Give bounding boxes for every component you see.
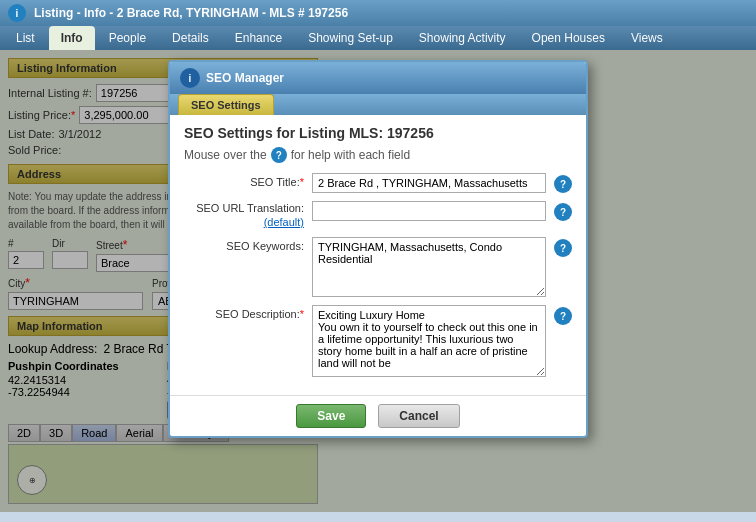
help-text-after: for help with each field: [291, 148, 410, 162]
seo-url-default-link[interactable]: (default): [264, 216, 304, 228]
seo-description-info-icon[interactable]: ?: [554, 307, 572, 325]
help-icon: ?: [271, 147, 287, 163]
seo-description-row: SEO Description: Exciting Luxury Home Yo…: [184, 305, 572, 377]
seo-title-info-icon[interactable]: ?: [554, 175, 572, 193]
tab-people[interactable]: People: [97, 26, 158, 50]
title-icon: i: [8, 4, 26, 22]
seo-title-row: SEO Title: ?: [184, 173, 572, 193]
seo-description-label: SEO Description:: [184, 305, 304, 320]
seo-keywords-input[interactable]: TYRINGHAM, Massachusetts, Condo Resident…: [312, 237, 546, 297]
seo-title-label: SEO Title:: [184, 173, 304, 188]
seo-title-input[interactable]: [312, 173, 546, 193]
modal-header-title: SEO Manager: [206, 71, 284, 85]
tab-list[interactable]: List: [4, 26, 47, 50]
title-bar: i Listing - Info - 2 Brace Rd, TYRINGHAM…: [0, 0, 756, 26]
modal-tab-seo-settings[interactable]: SEO Settings: [178, 94, 274, 115]
seo-url-info-icon[interactable]: ?: [554, 203, 572, 221]
seo-form-title: SEO Settings for Listing MLS: 197256: [184, 125, 572, 141]
main-content: Listing Information Internal Listing #: …: [0, 50, 756, 512]
modal-tab-bar: SEO Settings: [170, 94, 586, 115]
tab-bar: List Info People Details Enhance Showing…: [0, 26, 756, 50]
seo-modal: i SEO Manager SEO Settings SEO Settings …: [168, 60, 588, 438]
seo-keywords-info-icon[interactable]: ?: [554, 239, 572, 257]
modal-header: i SEO Manager: [170, 62, 586, 94]
cancel-button[interactable]: Cancel: [378, 404, 459, 428]
seo-description-input[interactable]: Exciting Luxury Home You own it to yours…: [312, 305, 546, 377]
seo-keywords-label: SEO Keywords:: [184, 237, 304, 252]
tab-showing-setup[interactable]: Showing Set-up: [296, 26, 405, 50]
title-text: Listing - Info - 2 Brace Rd, TYRINGHAM -…: [34, 6, 348, 20]
tab-enhance[interactable]: Enhance: [223, 26, 294, 50]
seo-url-label: SEO URL Translation:: [196, 199, 304, 214]
tab-info[interactable]: Info: [49, 26, 95, 50]
help-text-before: Mouse over the: [184, 148, 267, 162]
seo-help-text: Mouse over the ? for help with each fiel…: [184, 147, 572, 163]
tab-open-houses[interactable]: Open Houses: [520, 26, 617, 50]
modal-header-icon: i: [180, 68, 200, 88]
tab-details[interactable]: Details: [160, 26, 221, 50]
modal-body: SEO Settings for Listing MLS: 197256 Mou…: [170, 115, 586, 395]
modal-overlay: i SEO Manager SEO Settings SEO Settings …: [0, 50, 756, 512]
tab-views[interactable]: Views: [619, 26, 675, 50]
seo-url-input[interactable]: [312, 201, 546, 221]
seo-url-row: SEO URL Translation: (default) ?: [184, 201, 572, 229]
modal-footer: Save Cancel: [170, 395, 586, 436]
seo-keywords-row: SEO Keywords: TYRINGHAM, Massachusetts, …: [184, 237, 572, 297]
save-button[interactable]: Save: [296, 404, 366, 428]
tab-showing-activity[interactable]: Showing Activity: [407, 26, 518, 50]
